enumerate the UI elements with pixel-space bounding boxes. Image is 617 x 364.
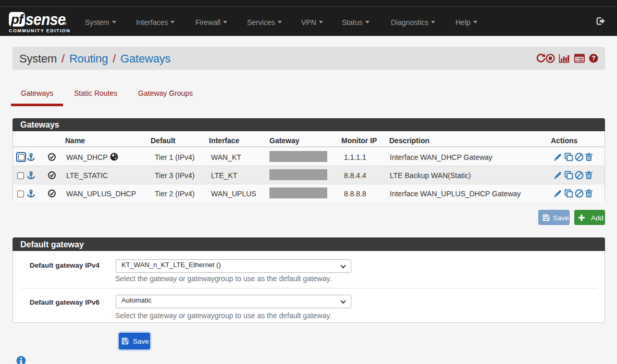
- svg-text:?: ?: [591, 55, 596, 62]
